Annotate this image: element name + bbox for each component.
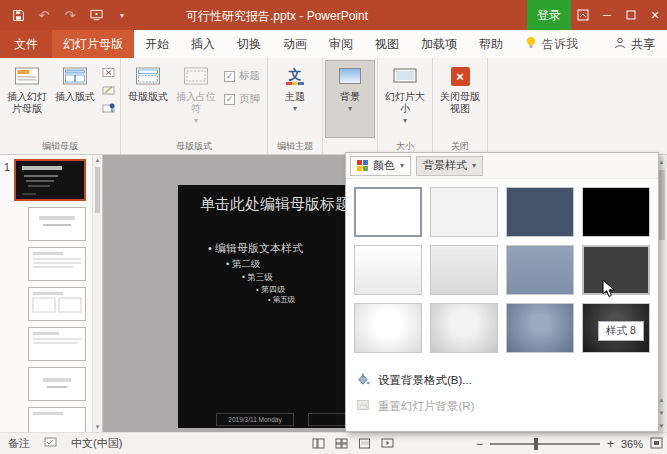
- master-body-level3[interactable]: 第三级: [242, 272, 273, 284]
- ribbon-tab-bar: 文件 幻灯片母版 开始 插入 切换 动画 审阅 视图 加载项 帮助 告诉我 共享: [0, 30, 667, 58]
- ribbon: 插入幻灯片母版 插入版式 编辑母版 母版版式: [0, 58, 667, 155]
- bg-style-3-swatch[interactable]: [506, 187, 574, 237]
- background-styles-button[interactable]: 背景 ▾: [326, 61, 374, 137]
- insert-placeholder-button[interactable]: 插入占位符 ▾: [172, 61, 220, 137]
- scroll-down-icon[interactable]: ▾: [93, 423, 102, 431]
- start-slideshow-icon[interactable]: [88, 5, 104, 25]
- slide-size-button[interactable]: 幻灯片大小 ▾: [381, 61, 429, 137]
- thumbnail-scrollbar[interactable]: ▴ ▾: [92, 155, 102, 432]
- bg-style-8-swatch[interactable]: [582, 245, 650, 295]
- zoom-out-button[interactable]: −: [476, 437, 483, 451]
- bg-style-1-swatch[interactable]: [354, 187, 422, 237]
- themes-icon: 文: [282, 65, 308, 87]
- bg-style-5-swatch[interactable]: [354, 245, 422, 295]
- insert-layout-button[interactable]: 插入版式: [51, 61, 99, 137]
- close-button[interactable]: ×: [643, 0, 667, 30]
- scroll-up-icon[interactable]: ▴: [93, 156, 102, 164]
- layout-thumbnail[interactable]: [28, 247, 86, 281]
- tab-slide-master[interactable]: 幻灯片母版: [52, 30, 134, 58]
- signin-button[interactable]: 登录: [527, 0, 571, 30]
- scrollbar-thumb[interactable]: [658, 170, 665, 240]
- language-indicator[interactable]: 中文(中国): [71, 436, 122, 451]
- date-placeholder[interactable]: 2019/3/11 Monday: [216, 413, 294, 426]
- master-body-level5[interactable]: 第五级: [268, 295, 295, 305]
- tab-tell-me[interactable]: 告诉我: [514, 30, 589, 58]
- thumbnail-preview: [16, 161, 84, 199]
- notes-toggle[interactable]: 备注: [8, 436, 30, 451]
- save-icon[interactable]: [10, 5, 26, 25]
- themes-button[interactable]: 文 主题 ▾: [271, 61, 319, 137]
- ribbon-display-options-icon[interactable]: [571, 0, 595, 30]
- slideshow-view-icon[interactable]: [381, 438, 394, 451]
- bg-style-2-swatch[interactable]: [430, 187, 498, 237]
- layout-thumbnail[interactable]: [28, 207, 86, 241]
- close-master-view-button[interactable]: × 关闭母版视图: [436, 61, 484, 137]
- insert-slide-master-button[interactable]: 插入幻灯片母版: [3, 61, 51, 137]
- bg-style-10-swatch[interactable]: [430, 303, 498, 353]
- title-checkbox-row[interactable]: ✓ 标题: [224, 69, 260, 83]
- reading-view-icon[interactable]: [358, 438, 371, 451]
- themes-label: 主题: [285, 91, 305, 103]
- zoom-level[interactable]: 36%: [621, 438, 643, 450]
- undo-icon[interactable]: ↶: [36, 5, 52, 25]
- tell-me-label: 告诉我: [542, 36, 578, 53]
- normal-view-icon[interactable]: [312, 438, 325, 451]
- rename-icon[interactable]: [101, 84, 115, 97]
- share-button[interactable]: 共享: [606, 30, 663, 58]
- bg-style-4-swatch[interactable]: [582, 187, 650, 237]
- tab-view[interactable]: 视图: [364, 30, 410, 58]
- bg-style-11-swatch[interactable]: [506, 303, 574, 353]
- tab-help[interactable]: 帮助: [468, 30, 514, 58]
- tab-insert[interactable]: 插入: [180, 30, 226, 58]
- tab-review[interactable]: 审阅: [318, 30, 364, 58]
- paint-bucket-icon: [356, 372, 370, 388]
- master-body-level1[interactable]: 编辑母版文本样式: [208, 241, 303, 256]
- minimize-button[interactable]: ─: [595, 0, 619, 30]
- chevron-down-icon: ▾: [194, 115, 198, 127]
- layout-thumbnail[interactable]: [28, 327, 86, 361]
- layout-thumbnail[interactable]: [28, 367, 86, 401]
- zoom-slider-thumb[interactable]: [534, 438, 538, 450]
- redo-icon[interactable]: ↷: [62, 5, 78, 25]
- master-layout-button[interactable]: 母版版式: [124, 61, 172, 137]
- tab-transitions[interactable]: 切换: [226, 30, 272, 58]
- thumbnail-preview: [29, 368, 85, 400]
- insert-layout-label: 插入版式: [55, 91, 95, 103]
- insert-slide-master-icon: [14, 65, 40, 87]
- master-body-level4[interactable]: 第四级: [256, 284, 285, 295]
- delete-slide-icon[interactable]: [101, 66, 115, 79]
- layout-thumbnail[interactable]: [28, 287, 86, 321]
- tab-file[interactable]: 文件: [0, 30, 52, 58]
- master-body-level2[interactable]: 第二级: [226, 258, 260, 271]
- zoom-in-button[interactable]: +: [607, 437, 614, 451]
- layout-thumbnail[interactable]: [28, 407, 86, 432]
- spellcheck-icon[interactable]: [44, 437, 57, 450]
- format-background-item[interactable]: 设置背景格式(B)...: [346, 367, 658, 393]
- title-checkbox[interactable]: ✓: [224, 71, 235, 82]
- scrollbar-thumb[interactable]: [95, 167, 100, 213]
- fit-slide-to-window-icon[interactable]: [650, 437, 663, 451]
- zoom-slider[interactable]: [490, 443, 600, 445]
- background-styles-dropdown-button[interactable]: 背景样式 ▾: [416, 156, 483, 176]
- footer-checkbox-row[interactable]: ✓ 页脚: [224, 92, 260, 106]
- insert-placeholder-label: 插入占位符: [172, 91, 220, 115]
- maximize-button[interactable]: [619, 0, 643, 30]
- bg-style-6-swatch[interactable]: [430, 245, 498, 295]
- chevron-down-icon: ▾: [348, 103, 352, 115]
- master-thumbnail[interactable]: [14, 159, 86, 201]
- slide-sorter-icon[interactable]: [335, 438, 348, 451]
- tab-addins[interactable]: 加载项: [410, 30, 468, 58]
- footer-checkbox[interactable]: ✓: [224, 94, 235, 105]
- tab-animations[interactable]: 动画: [272, 30, 318, 58]
- background-icon: [337, 65, 363, 87]
- statusbar: 备注 中文(中国) − + 36%: [0, 432, 667, 454]
- colors-dropdown-button[interactable]: 颜色 ▾: [350, 156, 411, 176]
- customize-qat-icon[interactable]: ▾: [114, 5, 130, 25]
- background-dropdown-header: 颜色 ▾ 背景样式 ▾: [346, 153, 658, 179]
- preserve-icon[interactable]: [101, 102, 115, 115]
- reset-background-icon: [356, 398, 370, 414]
- bg-style-9-swatch[interactable]: [354, 303, 422, 353]
- bg-style-7-swatch[interactable]: [506, 245, 574, 295]
- chevron-down-icon: ▾: [403, 115, 407, 127]
- tab-home[interactable]: 开始: [134, 30, 180, 58]
